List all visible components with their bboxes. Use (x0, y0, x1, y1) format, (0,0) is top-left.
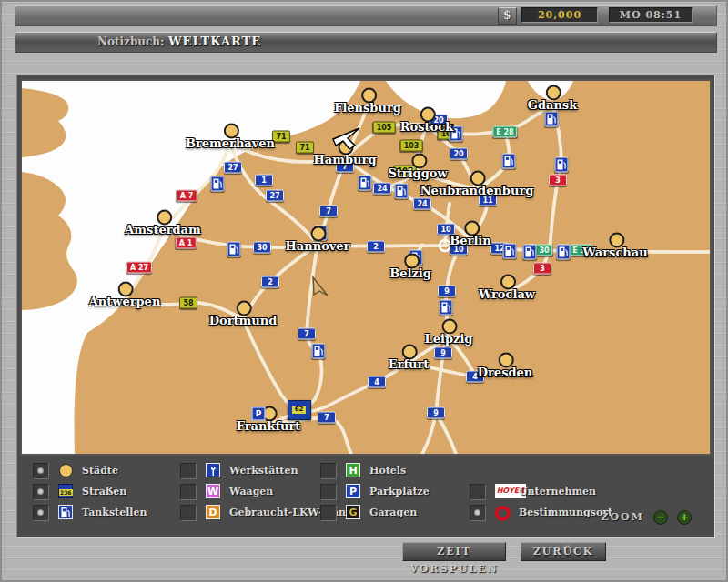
legend-label: Unternehmen (519, 486, 596, 497)
legend-checkbox-tankstellen[interactable] (33, 505, 49, 521)
legend-label: Städte (82, 465, 118, 477)
legend-checkbox-hotels[interactable] (320, 463, 337, 479)
city-marker-wroclaw[interactable]: Wroclaw (479, 285, 535, 302)
notebook-panel: 2020272717777242411223010101299944717110… (16, 75, 715, 538)
city-label: Frankfurt (237, 419, 301, 433)
fuel-station-icon (312, 344, 326, 359)
road-sign-1: 1 (255, 175, 273, 186)
fuel-station-icon (523, 245, 537, 260)
road-sign-2: 2 (367, 241, 385, 253)
destination-ring-icon (495, 505, 510, 519)
fuel-station-icon (503, 244, 517, 259)
road-sign-105: 105 (373, 122, 396, 134)
city-marker-amsterdam[interactable]: Amsterdam (125, 220, 201, 237)
datetime-display: MO 08:51 (609, 7, 693, 23)
legend-letter-icon-d: D (206, 505, 220, 519)
road-sign-icon: 236 (58, 484, 73, 498)
city-marker-leipzig[interactable]: Leipzig (425, 329, 473, 346)
city-marker-hannover[interactable]: Hannover (286, 236, 350, 254)
road-sign-9: 9 (434, 347, 452, 359)
city-label: Erfurt (389, 357, 430, 371)
legend-checkbox-stra-en[interactable] (33, 484, 49, 500)
zoom-label: ZOOM (601, 511, 643, 523)
map-legend: Städte236StraßenTankstellenWerkstättenWW… (20, 456, 708, 534)
city-label: Striggow (388, 166, 447, 180)
back-button[interactable]: ZURÜCK (521, 542, 606, 561)
zoom-in-button[interactable]: + (677, 510, 692, 525)
mouse-cursor-icon (332, 127, 363, 155)
legend-letter-icon-h: H (346, 463, 360, 477)
page-title: WELTKARTE (168, 35, 261, 48)
zoom-out-button[interactable]: − (653, 510, 668, 525)
city-label: Neubrandenburg (420, 184, 534, 197)
parking-icon: P (252, 407, 266, 421)
legend-checkbox-bestimmungsort[interactable] (470, 505, 486, 521)
city-label: Bremerhaven (186, 136, 275, 150)
city-marker-berlin[interactable]: Berlin (450, 231, 490, 248)
city-marker-warschau[interactable]: Warschau (582, 243, 647, 260)
city-label: Leipzig (425, 332, 473, 346)
legend-label: Garagen (369, 507, 417, 518)
legend-label: Werkstätten (229, 465, 298, 477)
legend-checkbox-garagen[interactable] (320, 505, 337, 521)
road-sign-7: 7 (318, 412, 336, 424)
top-status-bar: $ 20,000 MO 08:51 (15, 5, 717, 26)
city-marker-dresden[interactable]: Dresden (478, 363, 533, 380)
road-sign-103: 103 (400, 140, 423, 152)
road-sign-9: 9 (427, 407, 445, 419)
legend-letter-icon-g: G (346, 505, 360, 519)
road-sign-2: 2 (261, 276, 279, 288)
city-label: Belzig (389, 266, 431, 280)
city-marker-gdansk[interactable]: Gdansk (528, 95, 577, 113)
road-sign-27: 27 (266, 190, 284, 202)
road-sign-7: 7 (298, 328, 316, 340)
money-display: 20,000 (521, 7, 598, 23)
fuel-station-icon (211, 176, 225, 192)
city-marker-bremerhaven[interactable]: Bremerhaven (186, 134, 275, 151)
map-base-svg (22, 81, 710, 454)
city-marker-rostock[interactable]: Rostock (400, 117, 453, 135)
city-marker-neubrandenburg[interactable]: Neubrandenburg (420, 181, 534, 198)
city-marker-dortmund[interactable]: Dortmund (209, 311, 278, 328)
city-marker-striggow[interactable]: Striggow (388, 164, 447, 181)
legend-checkbox-st-dte[interactable] (33, 463, 49, 479)
road-sign-27: 27 (224, 162, 242, 174)
city-label: Gdansk (528, 98, 577, 112)
fuel-station-icon (545, 112, 559, 127)
road-sign-4: 4 (368, 376, 386, 388)
city-label: Dortmund (209, 314, 278, 327)
road-sign-30: 30 (253, 242, 271, 254)
legend-label: Waagen (229, 486, 273, 497)
legend-checkbox-unternehmen[interactable] (470, 484, 486, 500)
world-map[interactable]: 2020272717777242411223010101299944717110… (20, 79, 712, 456)
road-sign-a-27: A 27 (126, 262, 152, 274)
legend-checkbox-werkst-tten[interactable] (180, 463, 197, 479)
road-sign-24: 24 (373, 183, 391, 195)
city-marker-flensburg[interactable]: Flensburg (334, 98, 401, 115)
fuel-station-icon (557, 245, 571, 260)
road-sign-71: 71 (296, 142, 314, 154)
fuel-station-icon (395, 184, 409, 199)
player-position-arrow-icon (310, 276, 330, 301)
city-label: Amsterdam (125, 223, 201, 236)
legend-checkbox-gebraucht-lkw-h-nd[interactable] (180, 505, 197, 521)
legend-label: Straßen (82, 486, 126, 497)
time-forward-button[interactable]: ZEIT VORSPULEN (402, 542, 506, 561)
city-marker-antwerpen[interactable]: Antwerpen (89, 292, 161, 309)
legend-letter-icon-w: W (206, 484, 220, 498)
road-sign-7: 7 (319, 206, 338, 217)
city-marker-erfurt[interactable]: Erfurt (389, 355, 430, 372)
city-label: Dresden (478, 366, 533, 379)
road-sign-a-7: A 7 (177, 190, 197, 202)
fuel-pump-icon (58, 505, 73, 519)
city-label: Antwerpen (89, 295, 161, 308)
road-sign-24: 24 (413, 198, 431, 210)
city-marker-belzig[interactable]: Belzig (389, 264, 431, 281)
legend-letter-icon-p: P (346, 484, 360, 498)
legend-checkbox-waagen[interactable] (180, 484, 197, 500)
garage-62-sign: 62 (288, 400, 311, 420)
fuel-station-icon (440, 300, 453, 316)
road-sign-e-28: E 28 (492, 126, 517, 138)
city-label: Wroclaw (479, 287, 535, 301)
legend-checkbox-parkpl-tze[interactable] (320, 484, 337, 500)
